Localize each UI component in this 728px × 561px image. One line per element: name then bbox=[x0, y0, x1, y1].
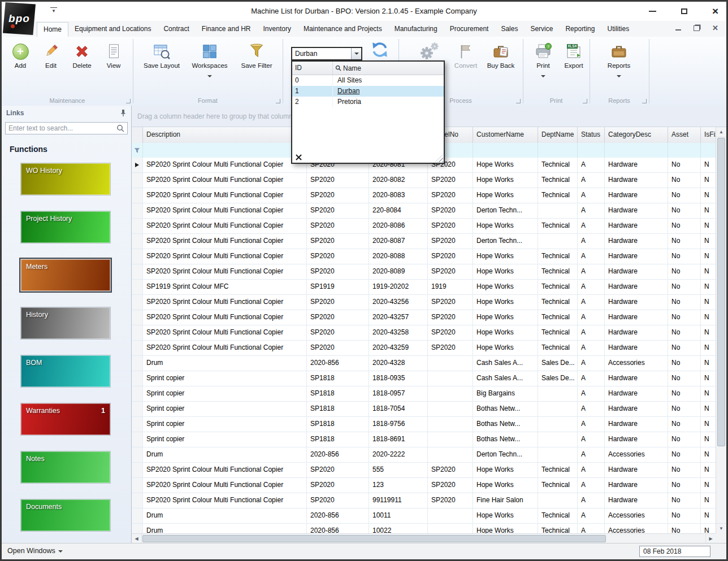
scroll-up-icon[interactable]: ▲ bbox=[716, 127, 726, 137]
view-button[interactable]: View bbox=[99, 41, 128, 69]
tab-finance-and-hr[interactable]: Finance and HR bbox=[196, 21, 257, 37]
tab-reporting[interactable]: Reporting bbox=[559, 21, 601, 37]
dialog-launcher-icon[interactable] bbox=[276, 99, 280, 103]
tab-maintenance-and-projects[interactable]: Maintenance and Projects bbox=[297, 21, 388, 37]
table-row[interactable]: SP2020 Sprint Colour Multi Functional Co… bbox=[132, 249, 716, 264]
table-row[interactable]: SP2020 Sprint Colour Multi Functional Co… bbox=[132, 264, 716, 280]
column-header-deptname[interactable]: DeptName bbox=[538, 127, 578, 143]
tab-procurement[interactable]: Procurement bbox=[444, 21, 495, 37]
clear-filter-x-icon[interactable] bbox=[296, 154, 302, 160]
table-row[interactable]: SP2020 Sprint Colour Multi Functional Co… bbox=[132, 234, 716, 249]
add-button[interactable]: + Add bbox=[6, 41, 34, 69]
function-button-project-history[interactable]: Project History bbox=[20, 211, 111, 243]
site-popup-column-name[interactable]: Name bbox=[333, 62, 444, 75]
function-button-documents[interactable]: Documents bbox=[20, 499, 111, 532]
table-row[interactable]: SP2020 Sprint Colour Multi Functional Co… bbox=[132, 219, 716, 234]
table-row[interactable]: SP2020 Sprint Colour Multi Functional Co… bbox=[132, 341, 716, 356]
reports-button[interactable]: Reports bbox=[603, 41, 635, 80]
minimize-button[interactable] bbox=[649, 11, 656, 12]
table-row[interactable]: Drum2020-85610022Hope WorksTechnicalAAcc… bbox=[132, 524, 716, 533]
filter-cell-7[interactable] bbox=[605, 143, 668, 158]
tab-contract[interactable]: Contract bbox=[157, 21, 195, 37]
vertical-scrollbar[interactable]: ▲ ▼ bbox=[716, 127, 726, 533]
print-button[interactable]: ? Print bbox=[530, 41, 557, 80]
table-row[interactable]: Sprint copierSP18181818-8691Bothas Netw.… bbox=[132, 432, 716, 447]
save-filter-button[interactable]: Save Filter bbox=[238, 41, 275, 69]
table-row[interactable]: SP1919 Sprint Colour MFCSP19191919-20202… bbox=[132, 280, 716, 295]
tab-sales[interactable]: Sales bbox=[495, 21, 524, 37]
column-header-categorydesc[interactable]: CategoryDesc bbox=[605, 127, 668, 143]
maximize-button[interactable] bbox=[681, 8, 687, 14]
filter-cell-5[interactable] bbox=[538, 143, 578, 158]
table-row[interactable]: SP2020 Sprint Colour Multi Functional Co… bbox=[132, 295, 716, 310]
table-row[interactable]: SP2020 Sprint Colour Multi Functional Co… bbox=[132, 188, 716, 203]
ribbon-minimize-icon[interactable] bbox=[675, 29, 681, 31]
bpo-logo[interactable]: bpo bbox=[3, 2, 36, 35]
dialog-launcher-icon[interactable] bbox=[583, 99, 587, 103]
site-option-all-sites[interactable]: 0All Sites bbox=[292, 75, 444, 86]
table-row[interactable]: SP2020 Sprint Colour Multi Functional Co… bbox=[132, 463, 716, 478]
table-row[interactable]: Sprint copierSP18181818-9756Bothas Netw.… bbox=[132, 417, 716, 432]
ribbon-restore-icon[interactable] bbox=[694, 25, 700, 31]
column-header-isfixed[interactable]: IsFixed bbox=[701, 127, 716, 143]
column-header-customername[interactable]: CustomerName bbox=[473, 127, 538, 143]
table-row[interactable]: SP2020 Sprint Colour Multi Functional Co… bbox=[132, 493, 716, 508]
function-button-notes[interactable]: Notes bbox=[20, 451, 111, 484]
process-gears-button[interactable] bbox=[413, 41, 445, 62]
table-row[interactable]: Sprint copierSP18181818-0935Cash Sales A… bbox=[132, 371, 716, 386]
function-button-wo-history[interactable]: WO History bbox=[20, 163, 111, 195]
site-selector-combobox[interactable]: Durban bbox=[291, 47, 362, 60]
edit-button[interactable]: Edit bbox=[37, 41, 65, 69]
table-row[interactable]: SP2020 Sprint Colour Multi Functional Co… bbox=[132, 173, 716, 188]
refresh-button[interactable] bbox=[365, 39, 395, 60]
table-row[interactable]: SP2020 Sprint Colour Multi Functional Co… bbox=[132, 310, 716, 325]
column-header-description[interactable]: Description bbox=[143, 127, 307, 143]
filter-cell-6[interactable] bbox=[578, 143, 605, 158]
table-row[interactable]: Drum2020-8562020-4328Cash Sales A...Sale… bbox=[132, 356, 716, 371]
filter-cell-0[interactable] bbox=[143, 143, 307, 158]
export-button[interactable]: XLSX Export bbox=[560, 41, 587, 69]
tab-home[interactable]: Home bbox=[37, 22, 68, 37]
table-row[interactable]: Drum2020-85610011Hope WorksTechnicalAAcc… bbox=[132, 508, 716, 524]
site-selector-dropdown-button[interactable] bbox=[351, 48, 361, 59]
close-button[interactable]: × bbox=[712, 6, 718, 16]
scroll-left-icon[interactable]: ◀ bbox=[132, 534, 142, 543]
tab-equipment-and-locations[interactable]: Equipment and Locations bbox=[68, 21, 157, 37]
horizontal-scroll-thumb[interactable] bbox=[142, 535, 606, 542]
column-header-status[interactable]: Status bbox=[578, 127, 605, 143]
filter-cell-8[interactable] bbox=[668, 143, 701, 158]
buy-back-button[interactable]: Buy Back bbox=[484, 41, 517, 69]
save-layout-button[interactable]: Save Layout bbox=[142, 41, 181, 69]
filter-cell-9[interactable] bbox=[701, 143, 716, 158]
filter-cell-4[interactable] bbox=[473, 143, 538, 158]
table-row[interactable]: Sprint copierSP18181818-7054Bothas Netw.… bbox=[132, 402, 716, 417]
table-row[interactable]: SP2020 Sprint Colour Multi Functional Co… bbox=[132, 203, 716, 219]
resize-grip-icon[interactable] bbox=[435, 154, 443, 162]
pin-icon[interactable] bbox=[120, 109, 127, 117]
table-row[interactable]: SP2020 Sprint Colour Multi Functional Co… bbox=[132, 325, 716, 341]
dialog-launcher-icon[interactable] bbox=[642, 99, 647, 103]
function-button-meters[interactable]: Meters bbox=[20, 259, 111, 292]
site-popup-column-id[interactable]: ID bbox=[292, 62, 333, 75]
links-search-input[interactable] bbox=[6, 124, 116, 132]
table-row[interactable]: Drum2020-8562020-2222Derton Techn...AAcc… bbox=[132, 447, 716, 463]
scroll-down-icon[interactable]: ▼ bbox=[716, 523, 726, 533]
function-button-warranties[interactable]: Warranties1 bbox=[20, 403, 111, 436]
column-header-asset[interactable]: Asset bbox=[668, 127, 701, 143]
vertical-scroll-thumb[interactable] bbox=[717, 138, 725, 446]
dialog-launcher-icon[interactable] bbox=[126, 99, 131, 103]
scroll-right-icon[interactable]: ▶ bbox=[705, 534, 716, 543]
function-button-bom[interactable]: BOM bbox=[20, 355, 111, 388]
delete-button[interactable]: Delete bbox=[67, 41, 97, 69]
site-option-pretoria[interactable]: 2Pretoria bbox=[292, 97, 444, 107]
site-option-durban[interactable]: 1Durban bbox=[292, 86, 444, 97]
ribbon-close-icon[interactable]: ✕ bbox=[712, 24, 718, 32]
horizontal-scrollbar[interactable]: ◀ ▶ bbox=[132, 533, 716, 543]
date-field[interactable]: 08 Feb 2018 bbox=[639, 546, 710, 557]
table-row[interactable]: Sprint copierSP18181818-0957Big Bargains… bbox=[132, 386, 716, 402]
function-button-history[interactable]: History bbox=[20, 307, 111, 340]
tab-utilities[interactable]: Utilities bbox=[601, 21, 635, 37]
dialog-launcher-icon[interactable] bbox=[516, 99, 521, 103]
convert-button[interactable]: Convert bbox=[450, 41, 481, 69]
open-windows-button[interactable]: Open Windows bbox=[7, 543, 63, 559]
